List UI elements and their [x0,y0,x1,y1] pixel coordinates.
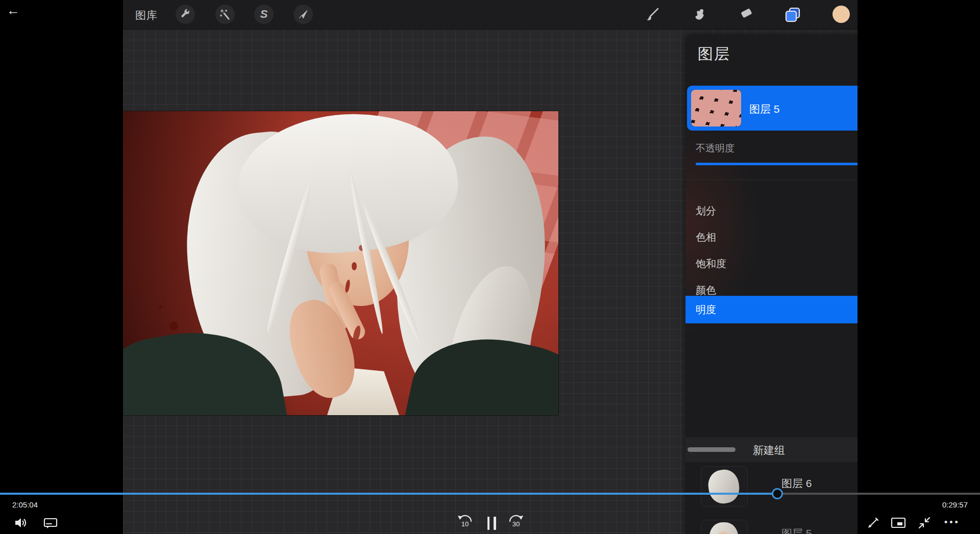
actions-button[interactable] [176,5,195,24]
layers-icon [784,6,801,23]
subtitle-bubble-icon [43,517,58,530]
blend-mode-item-clipped[interactable] [696,178,742,182]
pause-button[interactable] [485,516,498,530]
art-blood-splatter [159,305,162,309]
layer-thumbnail[interactable] [701,520,747,534]
layers-panel: 图层 + 图层 5 Di ✓ 不透明度 74% [685,35,857,534]
color-swatch-button[interactable] [832,6,850,23]
smudge-finger-icon [692,7,707,22]
selection-s-icon: S [260,8,268,21]
subtitles-button[interactable] [43,516,58,530]
eraser-icon [738,7,753,22]
exit-fullscreen-button[interactable] [917,515,932,530]
opacity-label: 不透明度 [696,142,734,155]
more-options-button[interactable]: ••• [944,517,960,528]
layers-panel-title: 图层 [698,44,730,65]
magic-wand-icon [219,9,231,20]
layer-name[interactable]: 图层 5 [781,526,812,534]
layer-thumbnail [691,90,741,126]
current-time: 2:05:04 [12,500,38,509]
video-content: 图库 S [123,0,857,534]
smudge-button[interactable] [691,7,707,23]
gallery-button[interactable]: 图库 [135,8,158,22]
layers-button[interactable] [783,6,802,24]
blend-mode-item-luminosity-selected[interactable]: 明度 [685,296,857,323]
opacity-slider-fill [696,163,857,165]
layer-row-selected[interactable]: 图层 5 Di ✓ [687,86,857,131]
layer-thumbnail[interactable] [701,467,747,506]
notes-button[interactable] [866,515,881,530]
procreate-toolbar: 图库 S [123,0,857,30]
transform-arrow-icon [298,9,309,20]
blend-mode-item-divide[interactable]: 划分 ÷ [685,197,857,223]
wrench-icon [180,9,191,20]
eraser-button[interactable] [738,7,754,23]
group-name: 新建组 [753,443,785,457]
blend-mode-item-hue[interactable]: 色相 [685,223,857,250]
collapse-arrows-icon [917,516,932,530]
volume-button[interactable] [13,515,29,530]
video-player: 图库 S [0,0,980,534]
back-button[interactable]: ← [4,1,22,19]
picture-in-picture-icon [891,517,906,529]
brush-icon [644,7,659,22]
selection-button[interactable]: S [254,5,274,24]
group-drag-pill [688,447,736,452]
forward-30-button[interactable]: 30 [507,514,525,530]
opacity-slider[interactable] [696,163,857,165]
thumbnail-hair [706,468,742,505]
canvas-artwork[interactable] [123,111,558,415]
layer-group-row[interactable]: 新建组 ✓ [685,438,857,462]
rewind-10-button[interactable]: 10 [456,514,474,530]
thumbnail-window-grid [691,90,741,126]
layer-name: 图层 5 [749,102,780,116]
blend-mode-item-saturation[interactable]: 饱和度 [685,250,857,276]
remaining-time: 0:29:57 [942,500,968,509]
rewind-seconds-label: 10 [456,520,474,528]
video-progress-handle[interactable] [772,488,783,499]
pencil-icon [866,516,880,530]
pip-button[interactable] [890,516,906,529]
transform-button[interactable] [293,5,313,24]
forward-seconds-label: 30 [507,520,525,528]
video-progress-fill [0,493,776,495]
art-blood-mark [352,262,357,270]
speaker-icon [14,516,28,529]
layer-name[interactable]: 图层 6 [781,476,812,491]
adjustments-button[interactable] [215,5,235,24]
brush-button[interactable] [644,7,660,23]
